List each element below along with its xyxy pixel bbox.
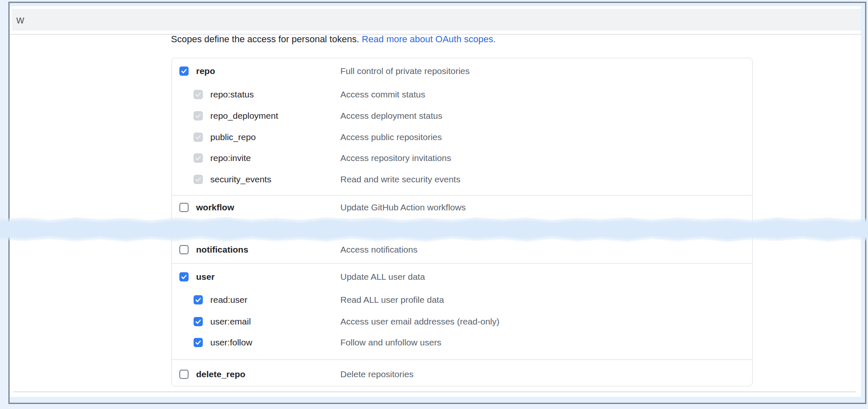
- scope-row-read-user: read:user Read ALL user profile data: [172, 289, 752, 311]
- group-divider: [172, 195, 752, 196]
- scope-label[interactable]: repo:status: [210, 89, 254, 100]
- checkbox-repo[interactable]: [179, 66, 189, 76]
- scope-description: Update GitHub Action workflows: [340, 202, 466, 212]
- window-gutter-right: [861, 3, 865, 403]
- scope-row-repo-invite: repo:invite Access repository invitation…: [172, 147, 752, 169]
- checkbox-security-events[interactable]: [194, 175, 203, 184]
- scope-description: Access repository invitations: [340, 153, 451, 163]
- scope-description: Delete repositories: [340, 369, 414, 379]
- footer-divider: [13, 391, 856, 392]
- group-divider: [172, 359, 752, 360]
- scope-label[interactable]: user: [196, 272, 214, 282]
- scope-row-repo-deployment: repo_deployment Access deployment status: [172, 105, 752, 127]
- oauth-scopes-link[interactable]: Read more about OAuth scopes.: [362, 34, 495, 44]
- note-input-value: w: [16, 13, 24, 26]
- scope-label[interactable]: repo:invite: [210, 153, 251, 163]
- checkbox-user-follow[interactable]: [194, 338, 203, 347]
- scope-label[interactable]: notifications: [196, 245, 248, 255]
- group-divider: [172, 263, 752, 264]
- scope-row-public-repo: public_repo Access public repositories: [172, 126, 752, 148]
- scope-label[interactable]: workflow: [196, 202, 234, 212]
- scope-row-repo-status: repo:status Access commit status: [172, 84, 752, 105]
- scope-row-workflow: workflow Update GitHub Action workflows: [172, 197, 752, 218]
- scope-label[interactable]: user:follow: [210, 337, 252, 348]
- window-gutter-top: [10, 3, 865, 6]
- note-input[interactable]: w: [12, 9, 861, 31]
- scope-description: Read ALL user profile data: [340, 295, 444, 305]
- scope-row-user-follow: user:follow Follow and unfollow users: [172, 332, 752, 353]
- checkbox-public-repo[interactable]: [194, 133, 203, 142]
- scope-row-repo: repo Full control of private repositorie…: [172, 60, 752, 82]
- scope-row-security-events: security_events Read and write security …: [172, 169, 752, 190]
- scope-row-notifications: notifications Access notifications: [172, 239, 752, 261]
- scope-label[interactable]: delete_repo: [196, 369, 245, 379]
- scope-label[interactable]: public_repo: [210, 132, 256, 142]
- scope-description: Full control of private repositories: [340, 66, 470, 76]
- scope-description: Read and write security events: [340, 174, 460, 184]
- scope-row-user: user Update ALL user data: [172, 266, 752, 288]
- scope-row-user-email: user:email Access user email addresses (…: [172, 311, 752, 332]
- window-frame: w Scopes define the access for personal …: [8, 2, 866, 404]
- scope-description: Follow and unfollow users: [340, 337, 442, 348]
- scope-description: Access deployment status: [340, 111, 442, 121]
- checkbox-workflow[interactable]: [179, 203, 189, 212]
- scope-row-delete-repo: delete_repo Delete repositories: [172, 363, 752, 385]
- checkbox-delete-repo[interactable]: [179, 370, 189, 379]
- checkbox-repo-invite[interactable]: [194, 153, 203, 163]
- scope-description: Access commit status: [340, 89, 425, 100]
- checkbox-repo-deployment[interactable]: [194, 111, 203, 120]
- scopes-box: repo Full control of private repositorie…: [171, 58, 753, 386]
- scope-label[interactable]: repo: [196, 66, 215, 76]
- scope-description: Access public repositories: [340, 132, 442, 142]
- scope-label[interactable]: read:user: [210, 295, 248, 305]
- checkbox-user[interactable]: [179, 272, 189, 281]
- scope-label[interactable]: user:email: [210, 317, 251, 327]
- window-gutter-bottom: [10, 397, 865, 403]
- scope-description: Access user email addresses (read-only): [340, 317, 499, 327]
- scope-label[interactable]: security_events: [210, 174, 271, 184]
- checkbox-repo-status[interactable]: [194, 90, 203, 99]
- scopes-intro: Scopes define the access for personal to…: [171, 33, 496, 46]
- screenshot-canvas: { "note_field": { "value": "w" }, "scope…: [0, 0, 868, 409]
- checkbox-user-email[interactable]: [194, 317, 203, 326]
- scope-description: Update ALL user data: [340, 272, 425, 282]
- scope-description: Access notifications: [340, 245, 417, 255]
- scope-label[interactable]: repo_deployment: [210, 111, 278, 121]
- scopes-intro-text: Scopes define the access for personal to…: [171, 34, 359, 44]
- checkbox-read-user[interactable]: [194, 295, 203, 304]
- checkbox-notifications[interactable]: [179, 245, 189, 254]
